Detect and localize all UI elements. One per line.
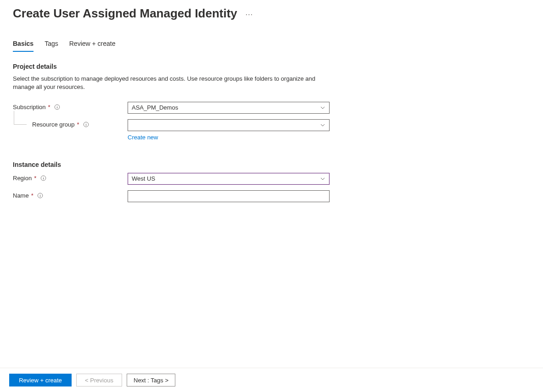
project-details-title: Project details	[13, 63, 530, 70]
required-star: *	[34, 175, 36, 182]
svg-point-1	[57, 105, 57, 106]
resource-group-label-cell: Resource group *	[13, 119, 128, 128]
chevron-down-icon	[320, 105, 325, 110]
region-value: West US	[132, 175, 155, 182]
more-actions-icon[interactable]: ···	[246, 11, 253, 18]
svg-point-10	[40, 194, 40, 194]
subscription-label-cell: Subscription *	[13, 102, 128, 110]
subscription-dropdown[interactable]: ASA_PM_Demos	[128, 102, 330, 114]
name-label: Name	[13, 192, 29, 199]
indent-connector	[14, 111, 27, 125]
project-details-description: Select the subscription to manage deploy…	[13, 75, 316, 91]
name-row: Name *	[13, 190, 530, 202]
svg-point-7	[43, 177, 44, 177]
create-new-link[interactable]: Create new	[128, 134, 158, 141]
tabs: Basics Tags Review + create	[13, 40, 530, 52]
name-input[interactable]	[128, 190, 330, 202]
page-title: Create User Assigned Managed Identity	[13, 6, 237, 21]
subscription-row: Subscription * ASA_PM_Demos	[13, 102, 530, 114]
info-icon[interactable]	[83, 121, 90, 127]
required-star: *	[48, 104, 50, 110]
header: Create User Assigned Managed Identity ··…	[13, 6, 530, 21]
tab-review-create[interactable]: Review + create	[69, 40, 116, 52]
chevron-down-icon	[320, 122, 325, 128]
review-create-button[interactable]: Review + create	[9, 374, 72, 386]
info-icon[interactable]	[54, 104, 61, 110]
resource-group-row: Resource group * Create new	[13, 119, 530, 141]
tab-tags[interactable]: Tags	[45, 40, 58, 52]
resource-group-dropdown[interactable]	[128, 119, 330, 131]
region-label-cell: Region *	[13, 173, 128, 182]
instance-details-title: Instance details	[13, 161, 530, 168]
next-button[interactable]: Next : Tags >	[127, 374, 175, 386]
subscription-value: ASA_PM_Demos	[132, 104, 178, 111]
tab-basics[interactable]: Basics	[13, 40, 34, 52]
info-icon[interactable]	[37, 192, 44, 199]
footer: Review + create < Previous Next : Tags >	[0, 368, 543, 392]
info-icon[interactable]	[40, 175, 46, 181]
region-row: Region * West US	[13, 173, 530, 185]
resource-group-label: Resource group	[32, 121, 75, 128]
chevron-down-icon	[320, 176, 325, 182]
name-label-cell: Name *	[13, 190, 128, 199]
required-star: *	[31, 192, 34, 199]
svg-point-4	[86, 123, 86, 123]
required-star: *	[77, 121, 79, 128]
previous-button: < Previous	[76, 374, 122, 386]
subscription-label: Subscription	[13, 104, 46, 110]
region-dropdown[interactable]: West US	[128, 173, 330, 185]
region-label: Region	[13, 175, 32, 182]
